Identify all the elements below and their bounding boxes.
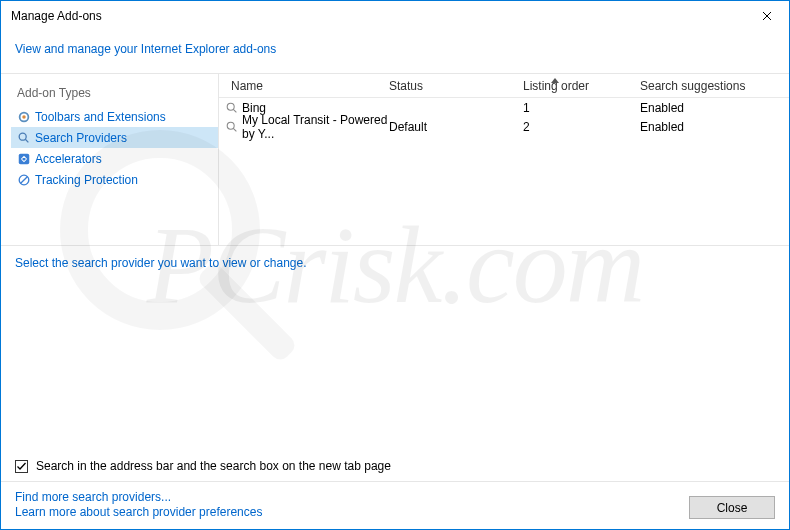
learn-more-link[interactable]: Learn more about search provider prefere… [15, 505, 262, 519]
sidebar-item-accelerators[interactable]: Accelerators [11, 148, 218, 169]
main-area: Add-on Types Toolbars and Extensions Sea… [1, 74, 789, 245]
sidebar-item-label: Search Providers [35, 131, 127, 145]
search-icon [225, 120, 239, 134]
sidebar-item-label: Tracking Protection [35, 173, 138, 187]
sidebar-item-tracking-protection[interactable]: Tracking Protection [11, 169, 218, 190]
sidebar-item-search-providers[interactable]: Search Providers [11, 127, 218, 148]
titlebar: Manage Add-ons [1, 1, 789, 31]
manage-addons-window: Manage Add-ons View and manage your Inte… [0, 0, 790, 530]
svg-line-6 [21, 176, 28, 183]
checkbox-label: Search in the address bar and the search… [36, 459, 391, 473]
content-area: Name Status Listing order Search suggest… [219, 74, 789, 245]
view-manage-link[interactable]: View and manage your Internet Explorer a… [15, 42, 276, 56]
cell-order: 2 [523, 120, 640, 134]
bottom-bar: Find more search providers... Learn more… [1, 481, 789, 529]
cell-suggestions: Enabled [640, 120, 789, 134]
address-bar-checkbox[interactable] [15, 460, 28, 473]
column-name[interactable]: Name [219, 79, 389, 93]
svg-line-3 [25, 139, 28, 142]
block-icon [17, 173, 31, 187]
header-link-area: View and manage your Internet Explorer a… [1, 31, 789, 73]
checkbox-row: Search in the address bar and the search… [1, 451, 789, 481]
spacer [1, 280, 789, 451]
window-close-button[interactable] [744, 1, 789, 31]
svg-point-2 [19, 133, 26, 140]
sidebar-item-label: Toolbars and Extensions [35, 110, 166, 124]
accelerator-icon [17, 152, 31, 166]
sidebar: Add-on Types Toolbars and Extensions Sea… [1, 74, 219, 245]
cell-order: 1 [523, 101, 640, 115]
svg-point-9 [227, 122, 234, 129]
cell-name: My Local Transit - Powered by Y... [242, 113, 389, 141]
window-title: Manage Add-ons [11, 9, 744, 23]
close-button[interactable]: Close [689, 496, 775, 519]
gear-icon [17, 110, 31, 124]
svg-line-10 [233, 128, 236, 131]
svg-rect-4 [19, 153, 30, 164]
svg-point-1 [22, 115, 26, 119]
svg-point-7 [227, 103, 234, 110]
sidebar-item-label: Accelerators [35, 152, 102, 166]
svg-line-8 [233, 109, 236, 112]
instruction-text: Select the search provider you want to v… [1, 245, 789, 280]
search-icon [17, 131, 31, 145]
bottom-links: Find more search providers... Learn more… [15, 490, 262, 519]
table-row[interactable]: My Local Transit - Powered by Y... Defau… [219, 117, 789, 136]
column-status[interactable]: Status [389, 79, 523, 93]
find-more-providers-link[interactable]: Find more search providers... [15, 490, 262, 504]
close-icon [762, 11, 772, 21]
sidebar-item-toolbars[interactable]: Toolbars and Extensions [11, 106, 218, 127]
cell-suggestions: Enabled [640, 101, 789, 115]
cell-status: Default [389, 120, 523, 134]
sidebar-heading: Add-on Types [11, 84, 218, 106]
column-listing-order[interactable]: Listing order [523, 79, 640, 93]
column-search-suggestions[interactable]: Search suggestions [640, 79, 789, 93]
table-header: Name Status Listing order Search suggest… [219, 74, 789, 98]
checkmark-icon [16, 461, 27, 472]
sort-ascending-icon [551, 78, 559, 83]
